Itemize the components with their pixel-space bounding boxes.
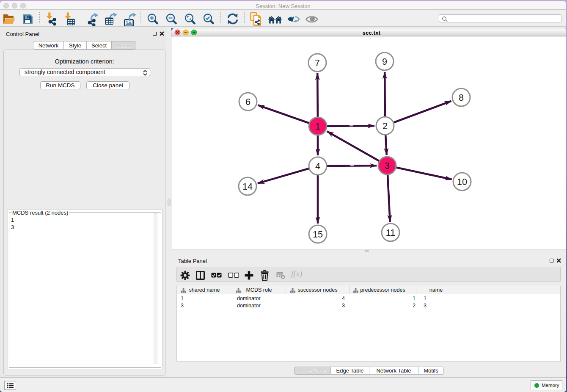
svg-text:2: 2 bbox=[383, 121, 388, 131]
svg-text:14: 14 bbox=[242, 182, 253, 192]
svg-text:15: 15 bbox=[313, 229, 323, 240]
svg-text:7: 7 bbox=[315, 58, 320, 68]
svg-text:1: 1 bbox=[315, 121, 320, 132]
svg-text:10: 10 bbox=[457, 177, 467, 187]
svg-text:3: 3 bbox=[385, 161, 390, 171]
svg-text:11: 11 bbox=[386, 228, 395, 238]
svg-text:6: 6 bbox=[245, 97, 250, 107]
svg-text:8: 8 bbox=[459, 93, 464, 103]
svg-text:9: 9 bbox=[382, 57, 387, 67]
svg-text:4: 4 bbox=[315, 161, 320, 171]
